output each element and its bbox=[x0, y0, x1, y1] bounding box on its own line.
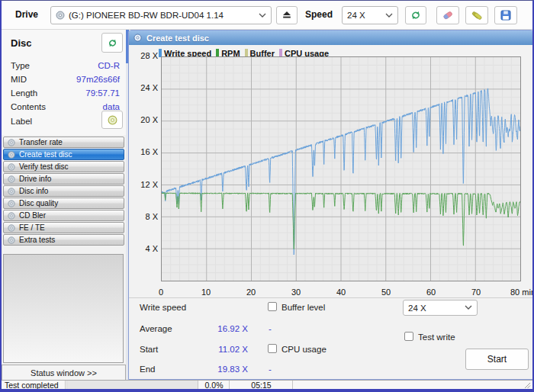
sidebar-item-label: Verify test disc bbox=[19, 162, 68, 171]
disc-icon bbox=[8, 151, 15, 159]
sidebar-item-label: Disc quality bbox=[19, 199, 58, 207]
cpu-usage-checkbox[interactable] bbox=[268, 344, 277, 353]
stat-extra: - bbox=[269, 365, 272, 374]
x-tick-label: 10 bbox=[195, 288, 217, 297]
refresh-icon bbox=[410, 10, 421, 21]
disc-row-value: CD-R bbox=[98, 61, 120, 70]
sidebar-item-label: Create test disc bbox=[19, 150, 72, 159]
chevron-down-icon bbox=[259, 13, 266, 18]
start-button[interactable]: Start bbox=[465, 349, 529, 370]
stat-value: 16.92 X bbox=[175, 324, 248, 333]
buffer-level-label: Buffer level bbox=[281, 303, 325, 312]
disc-row-label: MID bbox=[11, 75, 27, 84]
statusbar: Test completed 0.0% 05:15 bbox=[2, 380, 532, 390]
y-tick-label: 12 X bbox=[130, 180, 158, 191]
speed-select-value: 24 X bbox=[347, 11, 365, 20]
sidebar-item-label: Transfer rate bbox=[19, 138, 63, 146]
y-tick-label: 4 X bbox=[130, 244, 158, 255]
resize-grip-icon[interactable] bbox=[524, 382, 531, 389]
sidebar-item-label: Disc info bbox=[19, 187, 48, 195]
test-write-checkbox[interactable] bbox=[404, 332, 413, 341]
disc-row-label: Contents bbox=[11, 102, 46, 111]
sidebar-item-label: CD Bler bbox=[19, 211, 46, 220]
y-tick-label: 24 X bbox=[130, 83, 158, 94]
chart-canvas bbox=[162, 57, 520, 281]
disc-row-value: 97m26s66f bbox=[76, 75, 120, 84]
x-tick-label: 0 bbox=[150, 288, 172, 297]
stat-label: Start bbox=[140, 345, 158, 354]
eraser-icon bbox=[442, 9, 454, 21]
write-speed-heading: Write speed bbox=[140, 303, 186, 312]
status-message: Test completed bbox=[2, 381, 66, 390]
refresh-speeds-button[interactable] bbox=[405, 6, 426, 24]
create-test-disc-panel: Create test disc Write speed RPM Buffer … bbox=[128, 30, 534, 380]
disc-label-button[interactable] bbox=[101, 111, 123, 129]
disc-icon bbox=[8, 163, 15, 171]
disc-icon bbox=[8, 212, 15, 220]
disc-panel-title: Disc bbox=[11, 37, 31, 49]
chevron-down-icon bbox=[385, 13, 393, 18]
refresh-disc-button[interactable] bbox=[101, 33, 123, 53]
y-tick-label: 28 X bbox=[130, 51, 158, 62]
stat-extra: - bbox=[269, 324, 272, 333]
write-speed-select-value: 24 X bbox=[408, 304, 426, 313]
disc-row-label: Label bbox=[11, 117, 32, 126]
disc-icon bbox=[56, 11, 65, 20]
disc-row-label: Length bbox=[11, 88, 37, 98]
disc-icon bbox=[8, 175, 15, 183]
x-tick-label: 70 bbox=[465, 288, 487, 297]
x-tick-label: 50 bbox=[375, 288, 397, 297]
panel-footer: Write speed Buffer level 24 X Average 16… bbox=[129, 297, 533, 381]
sidebar-item-drive-info[interactable]: Drive info bbox=[3, 173, 124, 185]
toolbar: Drive (G:) PIONEER BD-RW BDR-UD04 1.14 S… bbox=[2, 1, 532, 30]
elapsed-time: 05:15 bbox=[230, 381, 293, 390]
sidebar-menu: Transfer rate Create test disc Verify te… bbox=[2, 136, 126, 246]
buffer-level-checkbox[interactable] bbox=[268, 302, 277, 311]
test-write-label: Test write bbox=[418, 333, 455, 342]
stat-value: 11.02 X bbox=[175, 345, 248, 354]
save-button[interactable] bbox=[494, 6, 517, 24]
write-speed-select[interactable]: 24 X bbox=[403, 300, 478, 316]
sidebar-spacer-box bbox=[3, 254, 124, 363]
sidebar-item-label: Drive info bbox=[19, 175, 51, 183]
speed-select[interactable]: 24 X bbox=[342, 6, 398, 24]
eject-button[interactable] bbox=[276, 6, 298, 24]
panel-header: Create test disc bbox=[129, 31, 533, 45]
options-button[interactable] bbox=[465, 6, 488, 24]
disc-row-value: 79:57.71 bbox=[85, 88, 120, 98]
disc-label-icon bbox=[108, 115, 117, 125]
disc-icon bbox=[134, 34, 142, 42]
sidebar-item-create-test-disc[interactable]: Create test disc bbox=[3, 149, 124, 160]
status-window-button[interactable]: Status window >> bbox=[2, 365, 126, 381]
sidebar-item-fe-te[interactable]: FE / TE bbox=[3, 222, 124, 233]
chevron-down-icon bbox=[465, 305, 472, 310]
sidebar-item-disc-info[interactable]: Disc info bbox=[3, 185, 124, 197]
stat-label: End bbox=[140, 365, 155, 374]
eject-icon bbox=[282, 11, 291, 19]
x-tick-label: 80 min bbox=[510, 288, 534, 297]
drive-select[interactable]: (G:) PIONEER BD-RW BDR-UD04 1.14 bbox=[50, 6, 272, 24]
y-tick-label: 20 X bbox=[130, 115, 158, 126]
sidebar: Disc Type CD-R MID 97m26s66f Length 79:5… bbox=[2, 30, 126, 380]
sidebar-item-label: FE / TE bbox=[19, 223, 45, 232]
erase-disc-button[interactable] bbox=[436, 6, 459, 24]
x-tick-label: 60 bbox=[420, 288, 442, 297]
disc-icon bbox=[8, 139, 15, 146]
y-tick-label: 16 X bbox=[130, 147, 158, 158]
drive-select-value: (G:) PIONEER BD-RW BDR-UD04 1.14 bbox=[69, 11, 224, 20]
disc-icon bbox=[8, 224, 15, 232]
sidebar-item-cd-bler[interactable]: CD Bler bbox=[3, 210, 124, 221]
x-tick-label: 20 bbox=[240, 288, 262, 297]
refresh-icon bbox=[108, 38, 117, 48]
stat-value: 19.83 X bbox=[175, 365, 248, 374]
app-window: Drive (G:) PIONEER BD-RW BDR-UD04 1.14 S… bbox=[0, 0, 534, 392]
drive-label: Drive bbox=[15, 9, 38, 20]
disc-icon bbox=[8, 200, 15, 207]
sidebar-item-verify-test-disc[interactable]: Verify test disc bbox=[3, 161, 124, 172]
sidebar-item-transfer-rate[interactable]: Transfer rate bbox=[3, 137, 124, 148]
sidebar-item-disc-quality[interactable]: Disc quality bbox=[3, 198, 124, 209]
stat-label: Average bbox=[140, 324, 172, 333]
sidebar-item-extra-tests[interactable]: Extra tests bbox=[3, 234, 124, 246]
pills-icon bbox=[471, 9, 483, 21]
y-tick-label: 8 X bbox=[130, 212, 158, 223]
